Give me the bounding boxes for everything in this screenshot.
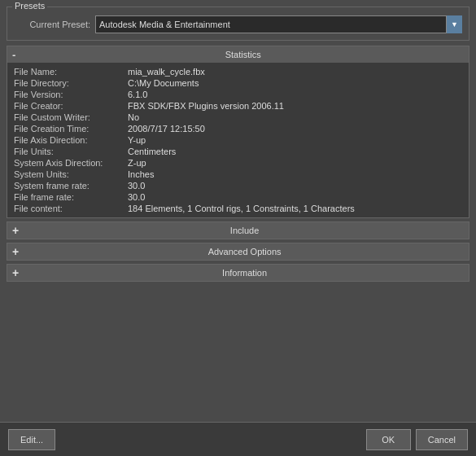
cancel-button[interactable]: Cancel: [416, 429, 468, 450]
information-header[interactable]: + Information: [7, 265, 469, 281]
collapse-icon: -: [12, 49, 15, 61]
stats-key: File content:: [14, 204, 128, 213]
table-row: System Axis Direction:Z-up: [14, 157, 462, 169]
stats-key: File Custom Writer:: [14, 112, 128, 122]
stats-key: File Directory:: [14, 78, 128, 88]
current-preset-label: Current Preset:: [14, 20, 95, 29]
advanced-options-header[interactable]: + Advanced Options: [7, 243, 469, 260]
presets-group: Presets Current Preset: Autodesk Media &…: [7, 7, 469, 41]
stats-value: Y-up: [128, 135, 146, 145]
statistics-title: Statistics: [22, 50, 464, 59]
stats-value: 30.0: [128, 181, 145, 191]
stats-value: 30.0: [128, 192, 145, 202]
spacer: [7, 285, 469, 415]
edit-button[interactable]: Edit...: [8, 429, 55, 450]
advanced-options-section: + Advanced Options: [7, 243, 469, 261]
preset-select[interactable]: Autodesk Media & Entertainment: [95, 15, 462, 33]
information-title: Information: [25, 268, 464, 278]
table-row: File Axis Direction:Y-up: [14, 134, 462, 146]
ok-button[interactable]: OK: [366, 429, 411, 450]
bottom-bar: Edit... OK Cancel: [0, 422, 476, 456]
stats-key: System Axis Direction:: [14, 158, 128, 168]
include-title: Include: [25, 226, 464, 235]
table-row: System frame rate:30.0: [14, 180, 462, 191]
statistics-section: - Statistics File Name:mia_walk_cycle.fb…: [7, 46, 469, 218]
expand-advanced-icon: +: [12, 245, 19, 258]
stats-key: System frame rate:: [14, 181, 128, 191]
expand-information-icon: +: [12, 266, 19, 279]
stats-key: File Creator:: [14, 101, 128, 111]
statistics-header[interactable]: - Statistics: [7, 46, 469, 63]
table-row: File Directory:C:\My Documents: [14, 77, 462, 89]
table-row: File frame rate:30.0: [14, 191, 462, 203]
stats-key: File Creation Time:: [14, 124, 128, 134]
stats-value: mia_walk_cycle.fbx: [128, 67, 205, 77]
preset-select-wrapper: Autodesk Media & Entertainment: [95, 15, 462, 33]
table-row: File Creation Time:2008/7/17 12:15:50: [14, 123, 462, 134]
table-row: File content:184 Elements, 1 Control rig…: [14, 203, 462, 214]
expand-include-icon: +: [12, 224, 19, 237]
information-section: + Information: [7, 264, 469, 282]
stats-key: File frame rate:: [14, 192, 128, 202]
stats-value: Centimeters: [128, 147, 176, 156]
table-row: File Name:mia_walk_cycle.fbx: [14, 66, 462, 77]
preset-row: Current Preset: Autodesk Media & Enterta…: [14, 15, 462, 33]
table-row: File Custom Writer:No: [14, 112, 462, 123]
stats-key: File Version:: [14, 90, 128, 99]
stats-key: System Units:: [14, 169, 128, 179]
include-section: + Include: [7, 221, 469, 239]
stats-value: C:\My Documents: [128, 78, 199, 88]
stats-value: Inches: [128, 169, 154, 179]
stats-value: 2008/7/17 12:15:50: [128, 124, 205, 134]
presets-legend: Presets: [12, 1, 47, 11]
table-row: File Creator:FBX SDK/FBX Plugins version…: [14, 100, 462, 112]
statistics-content: File Name:mia_walk_cycle.fbxFile Directo…: [7, 63, 469, 217]
table-row: System Units:Inches: [14, 169, 462, 180]
table-row: File Version:6.1.0: [14, 89, 462, 100]
stats-key: File Units:: [14, 147, 128, 156]
stats-value: No: [128, 112, 139, 122]
table-row: File Units:Centimeters: [14, 146, 462, 157]
advanced-options-title: Advanced Options: [25, 247, 464, 256]
include-header[interactable]: + Include: [7, 222, 469, 239]
stats-value: FBX SDK/FBX Plugins version 2006.11: [128, 101, 284, 111]
stats-key: File Axis Direction:: [14, 135, 128, 145]
stats-value: 184 Elements, 1 Control rigs, 1 Constrai…: [128, 204, 355, 213]
stats-value: Z-up: [128, 158, 146, 168]
stats-key: File Name:: [14, 67, 128, 77]
stats-value: 6.1.0: [128, 90, 147, 99]
main-container: Presets Current Preset: Autodesk Media &…: [0, 0, 476, 422]
